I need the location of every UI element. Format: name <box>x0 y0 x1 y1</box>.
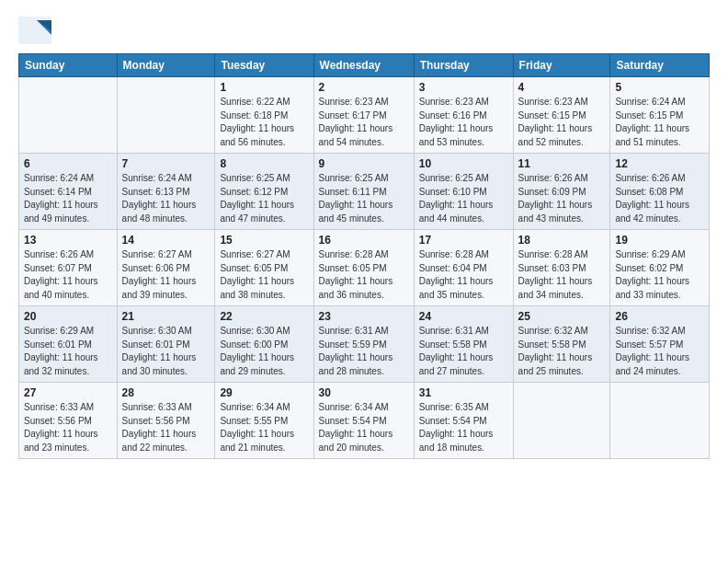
day-number: 10 <box>419 157 508 170</box>
calendar-cell: 9Sunrise: 6:25 AM Sunset: 6:11 PM Daylig… <box>313 154 414 230</box>
day-detail: Sunrise: 6:30 AM Sunset: 6:00 PM Dayligh… <box>220 325 308 378</box>
day-number: 26 <box>615 310 704 323</box>
day-detail: Sunrise: 6:32 AM Sunset: 5:57 PM Dayligh… <box>615 325 704 378</box>
calendar-cell: 23Sunrise: 6:31 AM Sunset: 5:59 PM Dayli… <box>313 306 414 383</box>
day-detail: Sunrise: 6:26 AM Sunset: 6:09 PM Dayligh… <box>518 172 606 225</box>
calendar-cell: 17Sunrise: 6:28 AM Sunset: 6:04 PM Dayli… <box>414 230 513 306</box>
calendar-week-row: 6Sunrise: 6:24 AM Sunset: 6:14 PM Daylig… <box>19 154 710 230</box>
day-detail: Sunrise: 6:24 AM Sunset: 6:13 PM Dayligh… <box>122 172 210 225</box>
calendar-cell: 19Sunrise: 6:29 AM Sunset: 6:02 PM Dayli… <box>610 230 710 306</box>
day-number: 20 <box>24 310 112 323</box>
day-number: 9 <box>319 157 409 170</box>
calendar-cell: 21Sunrise: 6:30 AM Sunset: 6:01 PM Dayli… <box>117 306 215 383</box>
day-number: 22 <box>220 310 308 323</box>
calendar-cell <box>610 383 710 459</box>
day-number: 15 <box>220 234 308 247</box>
calendar-cell: 18Sunrise: 6:28 AM Sunset: 6:03 PM Dayli… <box>513 230 610 306</box>
calendar-cell: 20Sunrise: 6:29 AM Sunset: 6:01 PM Dayli… <box>19 306 118 383</box>
day-detail: Sunrise: 6:35 AM Sunset: 5:54 PM Dayligh… <box>419 401 508 454</box>
calendar-cell: 1Sunrise: 6:22 AM Sunset: 6:18 PM Daylig… <box>215 77 313 154</box>
calendar-cell: 28Sunrise: 6:33 AM Sunset: 5:56 PM Dayli… <box>117 383 215 459</box>
day-number: 28 <box>122 386 210 399</box>
day-number: 8 <box>220 157 308 170</box>
column-header-thursday: Thursday <box>414 54 513 77</box>
day-number: 29 <box>220 386 308 399</box>
day-detail: Sunrise: 6:32 AM Sunset: 5:58 PM Dayligh… <box>518 325 606 378</box>
page: SundayMondayTuesdayWednesdayThursdayFrid… <box>0 0 728 563</box>
day-detail: Sunrise: 6:34 AM Sunset: 5:54 PM Dayligh… <box>319 401 409 454</box>
calendar-cell: 10Sunrise: 6:25 AM Sunset: 6:10 PM Dayli… <box>414 154 513 230</box>
day-number: 2 <box>319 81 409 94</box>
day-detail: Sunrise: 6:26 AM Sunset: 6:08 PM Dayligh… <box>615 172 704 225</box>
calendar-cell: 26Sunrise: 6:32 AM Sunset: 5:57 PM Dayli… <box>610 306 710 383</box>
calendar-cell: 2Sunrise: 6:23 AM Sunset: 6:17 PM Daylig… <box>313 77 414 154</box>
day-number: 27 <box>24 386 112 399</box>
calendar-cell: 25Sunrise: 6:32 AM Sunset: 5:58 PM Dayli… <box>513 306 610 383</box>
day-detail: Sunrise: 6:27 AM Sunset: 6:06 PM Dayligh… <box>122 248 210 302</box>
calendar-cell <box>513 383 610 459</box>
day-number: 16 <box>319 234 409 247</box>
day-detail: Sunrise: 6:26 AM Sunset: 6:07 PM Dayligh… <box>24 248 112 302</box>
day-detail: Sunrise: 6:25 AM Sunset: 6:10 PM Dayligh… <box>419 172 508 225</box>
day-number: 31 <box>419 386 508 399</box>
day-number: 30 <box>319 386 409 399</box>
day-number: 12 <box>615 157 704 170</box>
day-number: 13 <box>24 234 112 247</box>
calendar-cell: 8Sunrise: 6:25 AM Sunset: 6:12 PM Daylig… <box>215 154 313 230</box>
calendar-cell: 15Sunrise: 6:27 AM Sunset: 6:05 PM Dayli… <box>215 230 313 306</box>
calendar-week-row: 20Sunrise: 6:29 AM Sunset: 6:01 PM Dayli… <box>19 306 710 383</box>
calendar-cell: 12Sunrise: 6:26 AM Sunset: 6:08 PM Dayli… <box>610 154 710 230</box>
day-detail: Sunrise: 6:34 AM Sunset: 5:55 PM Dayligh… <box>220 401 308 454</box>
day-number: 17 <box>419 234 508 247</box>
column-header-friday: Friday <box>513 54 610 77</box>
column-header-wednesday: Wednesday <box>313 54 414 77</box>
day-detail: Sunrise: 6:24 AM Sunset: 6:15 PM Dayligh… <box>615 96 704 149</box>
column-header-saturday: Saturday <box>610 54 710 77</box>
calendar-cell: 4Sunrise: 6:23 AM Sunset: 6:15 PM Daylig… <box>513 77 610 154</box>
calendar-header-row: SundayMondayTuesdayWednesdayThursdayFrid… <box>19 54 710 77</box>
day-number: 18 <box>518 234 606 247</box>
day-detail: Sunrise: 6:23 AM Sunset: 6:16 PM Dayligh… <box>419 96 508 149</box>
day-detail: Sunrise: 6:23 AM Sunset: 6:17 PM Dayligh… <box>319 96 409 149</box>
calendar-cell: 14Sunrise: 6:27 AM Sunset: 6:06 PM Dayli… <box>117 230 215 306</box>
day-number: 25 <box>518 310 606 323</box>
day-number: 21 <box>122 310 210 323</box>
calendar-cell: 7Sunrise: 6:24 AM Sunset: 6:13 PM Daylig… <box>117 154 215 230</box>
calendar-cell <box>19 77 118 154</box>
calendar-cell: 3Sunrise: 6:23 AM Sunset: 6:16 PM Daylig… <box>414 77 513 154</box>
calendar-cell: 5Sunrise: 6:24 AM Sunset: 6:15 PM Daylig… <box>610 77 710 154</box>
calendar-cell: 30Sunrise: 6:34 AM Sunset: 5:54 PM Dayli… <box>313 383 414 459</box>
day-number: 3 <box>419 81 508 94</box>
day-number: 7 <box>122 157 210 170</box>
calendar-week-row: 27Sunrise: 6:33 AM Sunset: 5:56 PM Dayli… <box>19 383 710 459</box>
calendar-week-row: 13Sunrise: 6:26 AM Sunset: 6:07 PM Dayli… <box>19 230 710 306</box>
day-detail: Sunrise: 6:28 AM Sunset: 6:03 PM Dayligh… <box>518 248 606 302</box>
day-number: 19 <box>615 234 704 247</box>
day-detail: Sunrise: 6:25 AM Sunset: 6:12 PM Dayligh… <box>220 172 308 225</box>
column-header-tuesday: Tuesday <box>215 54 313 77</box>
day-number: 4 <box>518 81 606 94</box>
day-detail: Sunrise: 6:24 AM Sunset: 6:14 PM Dayligh… <box>24 172 112 225</box>
column-header-monday: Monday <box>117 54 215 77</box>
day-detail: Sunrise: 6:33 AM Sunset: 5:56 PM Dayligh… <box>122 401 210 454</box>
column-header-sunday: Sunday <box>19 54 118 77</box>
calendar-cell: 24Sunrise: 6:31 AM Sunset: 5:58 PM Dayli… <box>414 306 513 383</box>
header <box>18 17 710 44</box>
day-detail: Sunrise: 6:30 AM Sunset: 6:01 PM Dayligh… <box>122 325 210 378</box>
calendar-cell: 13Sunrise: 6:26 AM Sunset: 6:07 PM Dayli… <box>19 230 118 306</box>
day-detail: Sunrise: 6:27 AM Sunset: 6:05 PM Dayligh… <box>220 248 308 302</box>
day-number: 24 <box>419 310 508 323</box>
calendar-cell: 31Sunrise: 6:35 AM Sunset: 5:54 PM Dayli… <box>414 383 513 459</box>
calendar-cell: 27Sunrise: 6:33 AM Sunset: 5:56 PM Dayli… <box>19 383 118 459</box>
day-detail: Sunrise: 6:22 AM Sunset: 6:18 PM Dayligh… <box>220 96 308 149</box>
calendar-week-row: 1Sunrise: 6:22 AM Sunset: 6:18 PM Daylig… <box>19 77 710 154</box>
generalblue-logo-icon <box>18 17 51 44</box>
calendar-cell: 29Sunrise: 6:34 AM Sunset: 5:55 PM Dayli… <box>215 383 313 459</box>
day-number: 1 <box>220 81 308 94</box>
day-detail: Sunrise: 6:31 AM Sunset: 5:59 PM Dayligh… <box>319 325 409 378</box>
day-detail: Sunrise: 6:31 AM Sunset: 5:58 PM Dayligh… <box>419 325 508 378</box>
day-number: 5 <box>615 81 704 94</box>
day-detail: Sunrise: 6:33 AM Sunset: 5:56 PM Dayligh… <box>24 401 112 454</box>
calendar-cell <box>117 77 215 154</box>
day-number: 14 <box>122 234 210 247</box>
